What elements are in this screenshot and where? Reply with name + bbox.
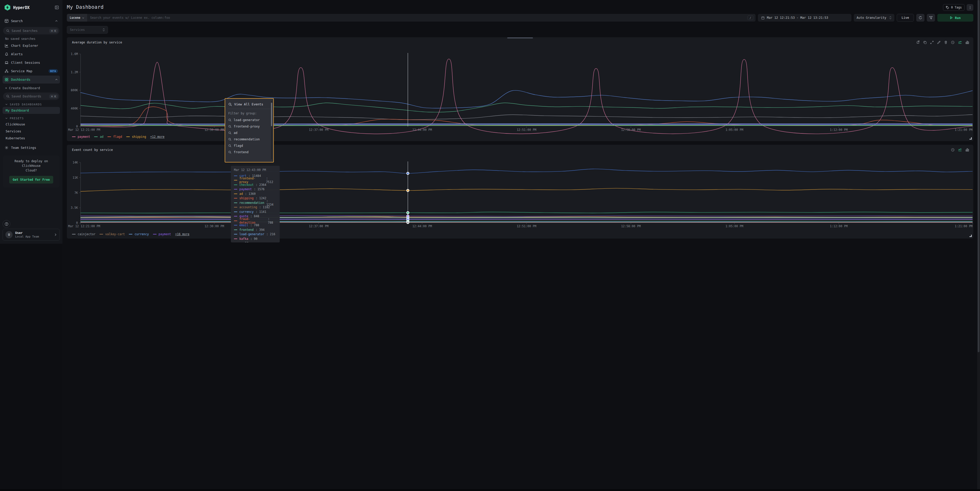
chart-header: Average duration by service xyxy=(67,37,490,44)
presets-section-header[interactable]: PRESETS xyxy=(3,114,60,121)
legend-more-link[interactable]: +16 more xyxy=(175,232,189,236)
chart-card-avg-duration: Average duration by service 1.6M1.2M800K… xyxy=(67,37,490,141)
search-table-icon xyxy=(5,19,8,23)
legend-dash xyxy=(94,137,98,137)
sidebar-item-my-dashboard[interactable]: My Dashboard xyxy=(3,107,60,114)
popup-item-list: load-generatorfrontend-proxyadrecommenda… xyxy=(228,117,270,155)
legend-dash xyxy=(107,137,111,137)
search-icon xyxy=(6,95,10,98)
sidebar-item-kubernetes[interactable]: Kubernetes xyxy=(3,135,60,141)
popup-item[interactable]: frontend-proxy xyxy=(228,123,270,130)
legend-entry[interactable]: payment xyxy=(72,135,90,138)
series-value: : 90 xyxy=(250,237,258,241)
section-label: SAVED DASHBOARDS xyxy=(10,103,42,106)
legend-entry[interactable]: valkey-cart xyxy=(100,232,125,236)
series-value: : 1182 xyxy=(259,205,270,209)
legend-dash xyxy=(126,137,130,137)
popup-item[interactable]: load-generator xyxy=(228,117,270,123)
series-line-frontend-proxy xyxy=(81,188,490,191)
brand-name: HyperDX xyxy=(13,5,52,10)
popup-item-label: frontend xyxy=(234,150,248,154)
legend-entry[interactable]: cainjector xyxy=(72,232,95,236)
language-select[interactable]: Lucene xyxy=(67,14,87,22)
sidebar-item-label: Client Sessions xyxy=(11,61,58,65)
search-input[interactable]: Search your events w/ Lucene ex. column:… xyxy=(87,16,490,19)
sidebar-item-dashboards[interactable]: Dashboards xyxy=(3,76,60,84)
popup-item-label: recommendation xyxy=(234,138,260,141)
sidebar-item-team-settings[interactable]: Team Settings xyxy=(3,144,60,152)
series-name: frontend xyxy=(239,228,253,232)
x-tick-label: 12:37:00 PM xyxy=(309,224,328,228)
plot xyxy=(81,162,490,223)
page-title: My Dashboard xyxy=(67,4,103,10)
sidebar-item-client-sessions[interactable]: Client Sessions xyxy=(3,59,60,67)
hover-dot xyxy=(407,189,409,192)
sidebar-item-chart-explorer[interactable]: Chart Explorer xyxy=(3,41,60,49)
popup-item-label: flagd xyxy=(234,144,243,148)
legend-entry[interactable]: shipping xyxy=(126,135,146,138)
popup-scrollbar[interactable] xyxy=(271,101,272,159)
series-line-payment xyxy=(81,216,490,216)
sidebar-item-alerts[interactable]: Alerts xyxy=(3,50,60,58)
bell-icon xyxy=(5,52,8,56)
shortcut-badge: ⌘ K xyxy=(49,94,58,99)
clickhouse-cloud-promo: Ready to deploy on ClickHouse Cloud? Get… xyxy=(3,155,59,188)
tooltip-row: ad: 1360 xyxy=(234,192,277,196)
y-tick-label: 1.6M xyxy=(71,52,78,56)
y-tick-label: 400K xyxy=(71,107,78,110)
sidebar-item-service-map[interactable]: Service Map BETA xyxy=(3,67,60,75)
saved-searches-input[interactable]: Saved Searches ⌘ K xyxy=(3,27,59,35)
popup-item[interactable]: recommendation xyxy=(228,136,270,142)
legend-dash xyxy=(153,234,157,234)
create-dashboard-button[interactable]: + Create Dashboard xyxy=(3,84,60,91)
tooltip-row: payment: 1576 xyxy=(234,187,277,192)
legend-entry[interactable]: ad xyxy=(94,135,103,138)
tooltip-row: load-generator: 216 xyxy=(234,232,277,237)
legend-entry[interactable]: payment xyxy=(153,232,171,236)
sidebar-item-label: Search xyxy=(11,19,52,23)
popup-item-label: ad xyxy=(234,131,237,135)
x-tick-label: 12:44:00 PM xyxy=(412,224,432,228)
legend-more-link[interactable]: +12 more xyxy=(150,135,164,138)
services-filter-select[interactable]: Services xyxy=(67,26,108,34)
saved-dashboards-section-header[interactable]: SAVED DASHBOARDS xyxy=(3,100,60,107)
series-name: recommendation xyxy=(239,201,264,205)
hover-dot xyxy=(407,211,409,214)
legend-dash xyxy=(72,234,76,234)
series-dash xyxy=(234,211,237,212)
collapse-sidebar-icon[interactable] xyxy=(55,5,59,10)
x-tick-label: Mar 12 12:21:00 PM xyxy=(68,128,100,132)
user-menu[interactable]: U User Local App Team xyxy=(3,229,60,241)
legend-label: shipping xyxy=(132,135,146,138)
popup-item[interactable]: ad xyxy=(228,130,270,136)
chart-tooltip: Mar 12 12:43:00 PM cart: 11484frontend-p… xyxy=(231,166,280,242)
saved-dashboards-input[interactable]: Saved Dashboards ⌘ K xyxy=(3,92,59,100)
y-tick-label: 0 xyxy=(76,221,78,225)
popup-item[interactable]: flagd xyxy=(228,142,270,149)
y-tick-label: 0 xyxy=(76,125,78,128)
y-tick-label: 11K xyxy=(73,176,78,180)
popup-item[interactable]: frontend xyxy=(228,149,270,155)
shortcut-badge: ⌘ K xyxy=(49,29,58,33)
series-line-cart xyxy=(81,169,490,173)
popup-scrollbar-thumb[interactable] xyxy=(271,103,272,126)
beta-badge: BETA xyxy=(49,69,58,73)
series-dash xyxy=(234,189,237,189)
get-started-button[interactable]: Get Started for Free xyxy=(9,176,53,184)
legend-entry[interactable]: currency xyxy=(129,232,149,236)
event-search-bar[interactable]: Lucene Search your events w/ Lucene ex. … xyxy=(67,14,490,22)
sidebar-item-clickhouse[interactable]: ClickHouse xyxy=(3,121,60,128)
sidebar-item-search[interactable]: Search xyxy=(3,17,60,25)
chevron-down-icon xyxy=(5,103,8,106)
legend-label: payment xyxy=(78,135,90,138)
series-dash xyxy=(234,207,237,207)
search-icon xyxy=(228,131,231,135)
sidebar-item-services[interactable]: Services xyxy=(3,128,60,135)
sidebar-item-label: Chart Explorer xyxy=(11,44,58,48)
legend-entry[interactable]: flagd xyxy=(107,135,122,138)
view-all-events-button[interactable]: View All Events xyxy=(228,101,270,109)
services-filter-value: Services xyxy=(70,28,85,32)
help-button[interactable] xyxy=(3,220,10,228)
search-icon xyxy=(228,144,231,147)
series-value: : 2364 xyxy=(256,183,266,187)
